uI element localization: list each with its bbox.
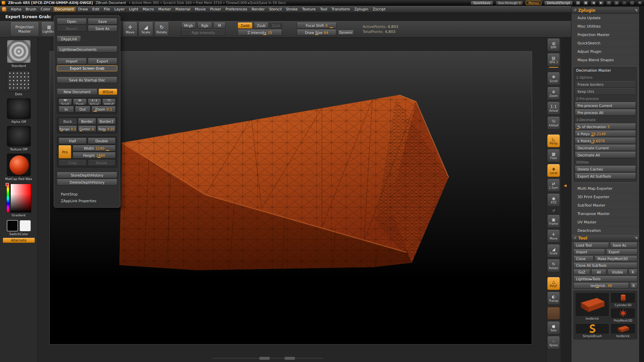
menu-render[interactable]: Render (249, 6, 267, 12)
rgb-button[interactable]: Rgb (197, 23, 212, 29)
stroke-thumbnail[interactable] (7, 70, 31, 92)
cylinder3d-thumbnail[interactable] (610, 292, 636, 303)
xyz-button[interactable]: ◉ XYZ (547, 194, 560, 207)
simplebrush-thumbnail[interactable] (575, 323, 609, 334)
height-slider[interactable]: Height 1680 (73, 152, 116, 158)
delete-caches-button[interactable]: Delete Caches (575, 166, 636, 172)
zapplink-properties-item[interactable]: ZAppLink Properties (57, 198, 117, 204)
local-button[interactable]: ◈ Local (547, 164, 560, 177)
lightbox-documents-button[interactable]: Lightbox▸Documents (57, 46, 117, 52)
nav-forward-icon[interactable]: ▶ (599, 1, 604, 5)
tray-collapse-arrow-icon[interactable]: ◀ (564, 183, 566, 188)
center-slider[interactable]: Center 0. (78, 126, 96, 132)
clone-button[interactable]: Clone (573, 256, 594, 262)
persp-button[interactable]: ◺ Persp (547, 135, 560, 147)
menu-stroke[interactable]: Stroke (284, 6, 300, 12)
new-document-button[interactable]: New Document (57, 89, 97, 95)
menu-stencil[interactable]: Stencil (267, 6, 284, 12)
zoom-in-button[interactable]: In (58, 106, 74, 112)
goz-visible-button[interactable]: Visible (607, 269, 628, 275)
goz-button[interactable]: GoZ (573, 269, 590, 275)
corner-curl-icon[interactable]: ◥ (635, 236, 637, 240)
zoom-out-button[interactable]: Out (75, 106, 90, 112)
scale-canvas-button[interactable]: ◢ Scale (547, 245, 560, 257)
zplugin-item-deactivation[interactable]: Deactivation (571, 226, 639, 235)
saturation-value-box[interactable] (10, 184, 31, 213)
current-tool-slider[interactable]: testbrick. 48 (573, 283, 629, 289)
doc-aahalf-button[interactable]: ½ AAHalf (102, 99, 116, 105)
decimation-master-header[interactable]: Decimation Master (575, 68, 636, 74)
corner-curl-icon[interactable]: ◥ (635, 8, 637, 12)
minimize-button[interactable]: ─ (622, 1, 627, 5)
home-icon[interactable]: ⌂ (614, 1, 619, 5)
zapplink-button[interactable]: ZAppLink (57, 36, 81, 42)
color-picker[interactable] (6, 184, 31, 213)
zplugin-palette-header[interactable]: ↺ Zplugin ◥ (571, 7, 639, 14)
hue-bar[interactable] (6, 184, 9, 213)
projection-master-button[interactable]: Projection Master (10, 22, 39, 36)
open-button[interactable]: Open (57, 19, 87, 25)
current-tool-slot[interactable]: testbrick (575, 292, 609, 322)
freeze-borders-button[interactable]: Freeze borders (575, 81, 636, 87)
move-mode-button[interactable]: ✛ Move (123, 22, 137, 36)
actual-size-button[interactable]: 1:1 Actual (547, 102, 560, 115)
menu-movie[interactable]: Movie (193, 6, 208, 12)
keep-uvs-button[interactable]: Keep UVs (575, 88, 636, 95)
zplugin-item-subtool-master[interactable]: SubTool Master (571, 201, 639, 210)
scroll-canvas-button[interactable]: ✥ Scroll (547, 72, 560, 85)
menus-toggle-button[interactable]: Menus (526, 1, 541, 5)
doc-zoom-button[interactable]: ⊕ Zoom (73, 99, 86, 105)
menu-transform[interactable]: Transform (330, 6, 352, 12)
tool-slot[interactable]: SimpleBrush (575, 323, 609, 338)
save-button[interactable]: Save (88, 19, 118, 25)
load-tool-button[interactable]: Load Tool (573, 243, 609, 248)
zplugin-item-uv-master[interactable]: UV Master (571, 218, 639, 226)
clone-all-subtools-button[interactable]: Clone All SubTools (573, 263, 637, 268)
k-points-slider[interactable]: k Points 9.6076 (575, 138, 636, 144)
crop-button[interactable]: Crop (58, 160, 87, 166)
export-screen-grab-button[interactable]: Export Screen Grab (57, 65, 117, 71)
export-tool-button[interactable]: Export (606, 249, 638, 255)
rotate-mode-button[interactable]: ↻ Rotate (154, 22, 169, 36)
move-canvas-button[interactable]: ✛ Move (547, 230, 560, 243)
menu-alpha[interactable]: Alpha (9, 6, 23, 12)
testbrick-small-thumbnail[interactable] (610, 323, 636, 334)
tool-slot[interactable]: testbrick (610, 323, 636, 338)
maximize-button[interactable]: ▢ (630, 1, 635, 5)
zplugin-item-multi-map-exporter[interactable]: Multi Map Exporter (571, 184, 639, 193)
tool-r-button[interactable]: R (630, 283, 637, 289)
ghost-button[interactable] (547, 307, 560, 320)
spix-slider[interactable]: ▤ SPix3 (547, 53, 560, 66)
menu-zplugin[interactable]: Zplugin (352, 6, 370, 12)
menu-document[interactable]: Document (53, 6, 76, 12)
menu-texture[interactable]: Texture (300, 6, 318, 12)
import-document-button[interactable]: Import (57, 58, 87, 64)
zcut-button[interactable]: Zcut (270, 23, 282, 29)
border-button[interactable]: Border (78, 118, 96, 124)
brush-thumbnail[interactable] (7, 40, 31, 63)
shelf-visibility-icon[interactable]: ▤ (575, 1, 580, 5)
tool-palette-header[interactable]: ↺ Tool ◥ (571, 235, 639, 242)
testbrick-thumbnail[interactable] (575, 292, 609, 317)
zplugin-item-quicksketch[interactable]: QuickSketch (571, 39, 639, 47)
double-button[interactable]: Double (88, 138, 116, 144)
rate-slider[interactable]: Rate 0.25 (97, 126, 116, 132)
canvas-scrollbar-handle[interactable] (259, 357, 270, 360)
resize-button[interactable]: Resize (88, 160, 116, 166)
menu-preferences[interactable]: Preferences (224, 6, 249, 12)
see-through-slider[interactable]: See-through 0 (496, 1, 523, 5)
export-document-button[interactable]: Export (88, 58, 118, 64)
goz-r-button[interactable]: R (629, 269, 637, 275)
menu-file[interactable]: File (102, 6, 112, 12)
pro-button[interactable]: Pro (58, 145, 71, 158)
solo-button[interactable]: ● Solo (547, 322, 560, 334)
zsub-button[interactable]: Zsub (254, 23, 269, 29)
zplugin-item-3d-print-exporter[interactable]: 3D Print Exporter (571, 193, 639, 201)
save-as-button[interactable]: Save As (88, 26, 118, 32)
save-as-startup-doc-button[interactable]: Save As Startup Doc (57, 77, 117, 83)
zplugin-item-projection-master[interactable]: Projection Master (571, 31, 639, 39)
floor-button[interactable]: ▦ Floor (547, 149, 560, 162)
goz-all-button[interactable]: All (591, 269, 606, 275)
decimate-current-button[interactable]: Decimate Current (575, 145, 636, 151)
mrgb-button[interactable]: Mrgb (181, 23, 196, 29)
